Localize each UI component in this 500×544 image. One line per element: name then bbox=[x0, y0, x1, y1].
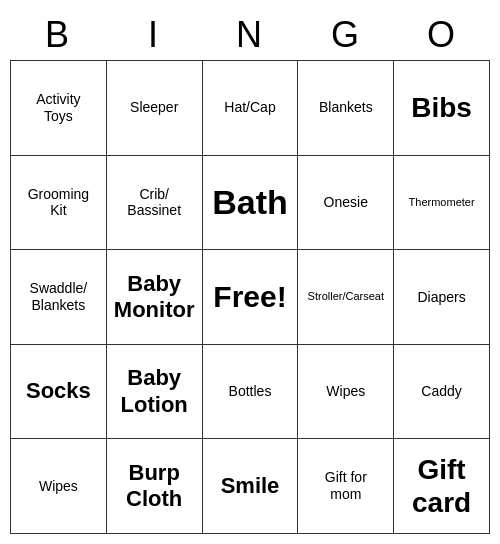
cell-r0-c3[interactable]: Blankets bbox=[298, 61, 394, 156]
header-letter: I bbox=[106, 10, 202, 60]
cell-r4-c2[interactable]: Smile bbox=[203, 439, 299, 534]
cell-r3-c3[interactable]: Wipes bbox=[298, 345, 394, 440]
cell-r1-c1[interactable]: Crib/ Bassinet bbox=[107, 156, 203, 251]
header-letter: B bbox=[10, 10, 106, 60]
cell-r3-c2[interactable]: Bottles bbox=[203, 345, 299, 440]
bingo-header: BINGO bbox=[10, 10, 490, 60]
cell-r0-c2[interactable]: Hat/Cap bbox=[203, 61, 299, 156]
cell-r1-c0[interactable]: Grooming Kit bbox=[11, 156, 107, 251]
bingo-grid: Activity ToysSleeperHat/CapBlanketsBibsG… bbox=[10, 60, 490, 534]
cell-r1-c3[interactable]: Onesie bbox=[298, 156, 394, 251]
cell-r4-c3[interactable]: Gift for mom bbox=[298, 439, 394, 534]
cell-r2-c0[interactable]: Swaddle/ Blankets bbox=[11, 250, 107, 345]
cell-r4-c0[interactable]: Wipes bbox=[11, 439, 107, 534]
header-letter: N bbox=[202, 10, 298, 60]
cell-r0-c1[interactable]: Sleeper bbox=[107, 61, 203, 156]
cell-r4-c4[interactable]: Gift card bbox=[394, 439, 490, 534]
cell-r3-c0[interactable]: Socks bbox=[11, 345, 107, 440]
cell-r2-c2[interactable]: Free! bbox=[203, 250, 299, 345]
cell-r4-c1[interactable]: Burp Cloth bbox=[107, 439, 203, 534]
header-letter: G bbox=[298, 10, 394, 60]
cell-r2-c4[interactable]: Diapers bbox=[394, 250, 490, 345]
header-letter: O bbox=[394, 10, 490, 60]
cell-r2-c1[interactable]: Baby Monitor bbox=[107, 250, 203, 345]
cell-r0-c4[interactable]: Bibs bbox=[394, 61, 490, 156]
cell-r3-c4[interactable]: Caddy bbox=[394, 345, 490, 440]
cell-r3-c1[interactable]: Baby Lotion bbox=[107, 345, 203, 440]
cell-r1-c2[interactable]: Bath bbox=[203, 156, 299, 251]
cell-r2-c3[interactable]: Stroller/Carseat bbox=[298, 250, 394, 345]
cell-r1-c4[interactable]: Thermometer bbox=[394, 156, 490, 251]
cell-r0-c0[interactable]: Activity Toys bbox=[11, 61, 107, 156]
